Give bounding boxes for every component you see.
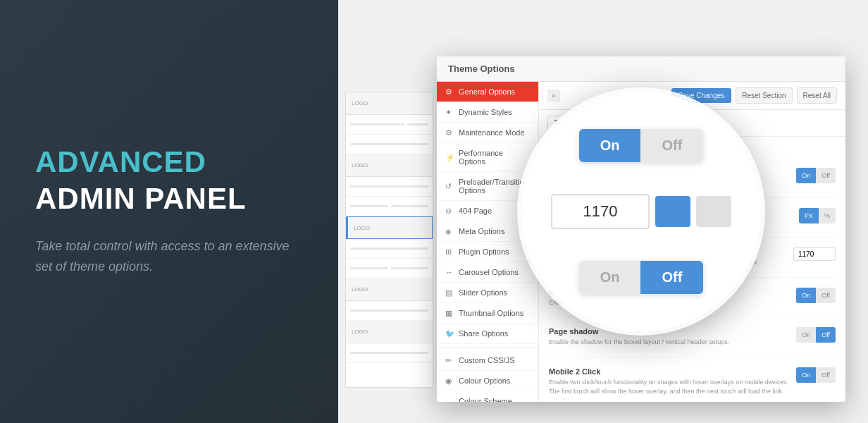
toggle-shadow-off[interactable]: Off xyxy=(816,327,836,343)
nav-css-label: Custom CSS/JS xyxy=(459,356,514,364)
mini-row-9 xyxy=(346,259,433,278)
option-shadow-desc: Enable the shadow for the boxed layout /… xyxy=(549,338,789,347)
zoom-blue-bar xyxy=(655,196,690,227)
eye-icon: 👁 xyxy=(445,401,454,402)
nav-404-label: 404 Page xyxy=(459,207,492,215)
toggle-percent-off[interactable]: % xyxy=(819,208,836,223)
zoom-toggle-1[interactable]: On Off xyxy=(579,129,704,162)
nav-colour-scheme-label: Colour Scheme Options xyxy=(459,397,530,402)
toggle-mobile2click-off[interactable]: Off xyxy=(816,367,836,383)
nav-colour-label: Colour Options xyxy=(459,376,510,385)
mini-row-1: LOGO xyxy=(346,92,433,115)
nav-preloader-label: Preloader/Transition Options xyxy=(459,178,530,195)
mini-row-8 xyxy=(346,239,433,259)
toggle-mobile2click-on[interactable]: On xyxy=(796,367,816,383)
nav-divider-1 xyxy=(437,347,538,348)
share-icon: 🐦 xyxy=(445,329,454,338)
zoom-overlay: On Off On Off xyxy=(521,92,761,331)
option-maxwidth-value-control xyxy=(793,247,836,261)
nav-thumbnail-label: Thumbnail Options xyxy=(459,309,523,317)
nav-maintenance-label: Maintenance Mode xyxy=(459,128,525,137)
carousel-icon: ↔ xyxy=(445,268,454,276)
toggle-shadow-on[interactable]: On xyxy=(796,327,816,343)
modal-title: Theme Options xyxy=(437,56,845,82)
colour-icon: ◉ xyxy=(445,376,454,385)
toggle-responsive[interactable]: On Off xyxy=(796,168,836,183)
mini-row-12: LOGO xyxy=(346,321,433,343)
option-mobile2click: Mobile 2 Click Enable two click/touch fu… xyxy=(549,367,836,402)
zoom-input-row xyxy=(551,194,731,229)
cog-icon: ⚙ xyxy=(445,87,454,96)
nav-slider-label: Slider Options xyxy=(459,288,507,297)
toggle-responsive-off[interactable]: Off xyxy=(816,168,836,183)
option-mobile2click-label: Mobile 2 Click xyxy=(549,367,789,376)
option-responsive-control: On Off xyxy=(796,168,836,183)
mini-row-4: LOGO xyxy=(346,154,433,177)
toggle-rtl-on[interactable]: On xyxy=(796,288,816,303)
thumbnail-icon: ▦ xyxy=(445,309,454,317)
slider-icon: ▤ xyxy=(445,288,454,297)
spinner-icon: ↺ xyxy=(445,182,454,190)
zoom-toggle-1-off[interactable]: Off xyxy=(640,129,703,162)
mini-row-5 xyxy=(346,177,433,197)
plugin-icon: ⊞ xyxy=(445,247,454,256)
mini-row-3 xyxy=(346,135,433,154)
headline-teal: ADVANCED xyxy=(35,146,303,178)
nav-colour[interactable]: ◉ Colour Options xyxy=(437,371,538,391)
mini-row-7: LOGO xyxy=(346,216,433,239)
zoom-toggle-2[interactable]: On Off xyxy=(579,261,704,294)
option-maxwidth-format-control: PX % xyxy=(799,208,836,223)
mini-left-panel: LOGO LOGO LOGO LOGO LOGO xyxy=(345,92,433,388)
zoom-width-input[interactable] xyxy=(551,194,650,229)
code-icon: ✏ xyxy=(445,356,454,364)
lightning-icon: ⚡ xyxy=(445,153,454,161)
nav-performance-label: Performance Options xyxy=(459,149,530,166)
reset-all-button[interactable]: Reset All xyxy=(797,87,837,104)
nav-colour-scheme[interactable]: 👁 Colour Scheme Options xyxy=(437,391,538,402)
headline-teal-text: ADVANCED xyxy=(35,145,206,178)
toggle-responsive-on[interactable]: On xyxy=(796,168,816,183)
zoom-content: On Off On Off xyxy=(521,92,761,331)
option-shadow-control: On Off xyxy=(796,327,836,343)
nav-css[interactable]: ✏ Custom CSS/JS xyxy=(437,350,538,371)
option-shadow: Page shadow Enable the shadow for the bo… xyxy=(549,327,836,357)
mini-row-2 xyxy=(346,115,433,135)
option-mobile2click-desc: Enable two click/touch functionality on … xyxy=(549,378,789,396)
right-panel: LOGO LOGO LOGO LOGO LOGO Theme Options ⚙… xyxy=(338,0,868,423)
toggle-px-on[interactable]: PX xyxy=(799,208,819,223)
option-mobile2click-info: Mobile 2 Click Enable two click/touch fu… xyxy=(549,367,789,396)
nav-meta-label: Meta Options xyxy=(459,227,504,235)
wrench-icon: ⚙ xyxy=(445,128,454,137)
toggle-shadow[interactable]: On Off xyxy=(796,327,836,343)
option-rtl-control: On Off xyxy=(796,288,836,303)
nav-carousel-label: Carousel Options xyxy=(459,268,519,276)
zoom-toggle-1-on[interactable]: On xyxy=(579,129,641,162)
mini-row-11 xyxy=(346,301,433,321)
nav-share-label: Share Options xyxy=(459,329,508,338)
toggle-rtl[interactable]: On Off xyxy=(796,288,836,303)
zoom-toggle-2-on[interactable]: On xyxy=(579,261,641,294)
mini-row-6 xyxy=(346,197,433,216)
headline-white: ADMIN PANEL xyxy=(35,183,303,215)
zoom-toggle-2-off[interactable]: Off xyxy=(640,261,703,294)
left-panel: ADVANCED ADMIN PANEL Take total control … xyxy=(0,0,338,423)
zoom-grey-bar xyxy=(696,196,731,227)
nav-plugin-label: Plugin Options xyxy=(459,247,509,256)
mini-row-13 xyxy=(346,343,433,363)
brush-icon: ✦ xyxy=(445,108,454,116)
toggle-rtl-off[interactable]: Off xyxy=(816,288,836,303)
option-mobile2click-control: On Off xyxy=(796,367,836,383)
description-text: Take total control with access to an ext… xyxy=(35,236,303,277)
nav-general-label: General Options xyxy=(459,87,515,96)
toggle-px[interactable]: PX % xyxy=(799,208,836,223)
meta-icon: ◈ xyxy=(445,227,454,235)
mini-row-10: LOGO xyxy=(346,278,433,301)
toggle-mobile2click[interactable]: On Off xyxy=(796,367,836,383)
nav-dynamic-label: Dynamic Styles xyxy=(459,108,512,116)
circle-minus-icon: ⊖ xyxy=(445,207,454,215)
maxwidth-input[interactable] xyxy=(793,247,836,261)
